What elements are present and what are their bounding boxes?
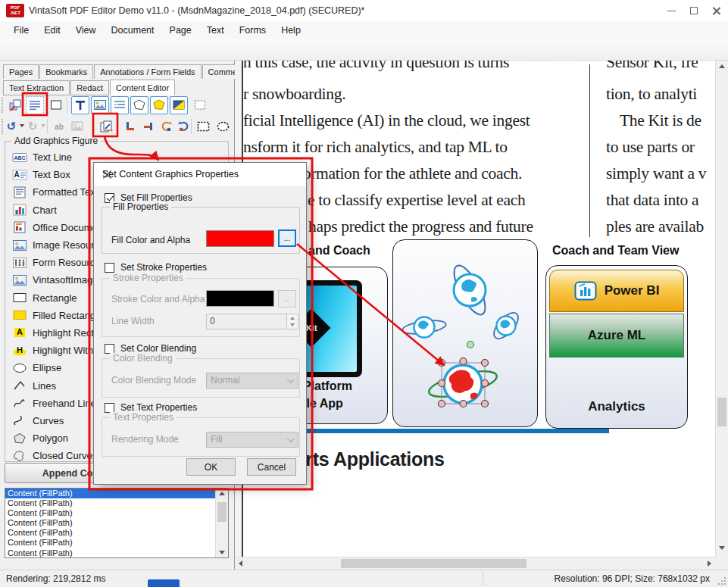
figure-label: Lines bbox=[33, 380, 56, 392]
azure-ml-label: Azure ML bbox=[588, 328, 646, 343]
region-content-mode-button[interactable] bbox=[47, 96, 65, 114]
content-list-item[interactable]: Content (FillPath) bbox=[5, 489, 228, 498]
text-content-mode-button[interactable] bbox=[26, 96, 44, 114]
figure-icon bbox=[12, 432, 27, 445]
polygon-outline-icon bbox=[133, 98, 146, 112]
menu-item[interactable]: Page bbox=[162, 21, 199, 39]
content-list-scrollbar[interactable] bbox=[215, 489, 228, 557]
menu-item[interactable]: View bbox=[68, 21, 104, 39]
vertical-scrollbar[interactable] bbox=[715, 61, 728, 557]
set-text-properties-row: Set Text Properties bbox=[105, 402, 197, 413]
scroll-thumb[interactable] bbox=[217, 502, 227, 522]
content-list-item[interactable]: Content (FillPath) bbox=[5, 508, 228, 518]
horizontal-scroll-thumb[interactable] bbox=[341, 559, 526, 568]
app-logo-icon: PDF .NET bbox=[6, 4, 24, 17]
scroll-up-icon[interactable] bbox=[219, 492, 225, 495]
maximize-button[interactable] bbox=[683, 2, 705, 19]
scroll-down-icon[interactable] bbox=[719, 546, 725, 550]
menu-item[interactable]: Document bbox=[104, 21, 162, 39]
power-bi-button: Power BI bbox=[549, 270, 684, 312]
filter-clip-button[interactable] bbox=[191, 96, 209, 114]
figure-label: Polygon bbox=[33, 432, 68, 444]
scroll-left-icon[interactable] bbox=[239, 560, 242, 567]
redo-button[interactable]: ↻ bbox=[26, 117, 39, 136]
content-list-item[interactable]: Content (FillPath) bbox=[5, 518, 228, 528]
selection-rect-button[interactable] bbox=[194, 117, 212, 136]
document-text-line: that data into a bbox=[606, 191, 698, 210]
set-color-blending-checkbox[interactable] bbox=[105, 344, 114, 354]
set-color-blending-row: Set Color Blending bbox=[105, 343, 196, 354]
panel-tab[interactable]: Text Extraction bbox=[3, 80, 70, 95]
filter-path-button[interactable] bbox=[130, 96, 148, 114]
cancel-button[interactable]: Cancel bbox=[247, 458, 296, 476]
document-viewport[interactable]: n this case, the activity in question is… bbox=[235, 61, 715, 557]
undo-dropdown-arrow[interactable] bbox=[18, 124, 26, 130]
color-blending-legend: Color Blending bbox=[110, 353, 176, 364]
content-object-list[interactable]: Content (FillPath)Content (FillPath)Cont… bbox=[5, 488, 229, 558]
menu-item[interactable]: Text bbox=[199, 21, 232, 39]
menu-item[interactable]: File bbox=[6, 21, 36, 39]
scroll-right-icon[interactable] bbox=[708, 560, 711, 567]
content-list-item[interactable]: Content (FillPath) bbox=[5, 528, 228, 538]
rendering-time-status: Rendering: 219,2812 ms bbox=[6, 573, 105, 584]
filter-filled-path-button[interactable] bbox=[150, 96, 168, 114]
filter-form-button[interactable] bbox=[111, 96, 129, 114]
color-blending-group: Color Blending Color Blending Mode Norma… bbox=[102, 358, 300, 398]
redo-dropdown-arrow[interactable] bbox=[39, 124, 47, 130]
figure-icon bbox=[12, 379, 27, 392]
content-list-item[interactable]: Content (FillPath) bbox=[5, 498, 228, 508]
horizontal-scrollbar[interactable] bbox=[235, 557, 715, 570]
resize-grip[interactable] bbox=[718, 577, 726, 585]
panel-tab[interactable]: Annotations / Form Fields bbox=[94, 64, 201, 79]
set-content-graphics-properties-button[interactable] bbox=[97, 117, 115, 136]
chevron-down-icon bbox=[287, 436, 294, 442]
menu-item[interactable]: Edit bbox=[36, 21, 68, 39]
menu-item[interactable]: Help bbox=[273, 21, 308, 39]
panel-tab[interactable]: Redact bbox=[70, 80, 109, 95]
align-content-button[interactable] bbox=[121, 117, 139, 136]
filter-shading-button[interactable] bbox=[170, 96, 188, 114]
align-middle-icon bbox=[142, 120, 155, 133]
rotate-left-icon bbox=[160, 120, 173, 133]
power-bi-icon bbox=[574, 281, 597, 301]
vertical-scroll-thumb[interactable] bbox=[717, 398, 726, 426]
panel-tab[interactable]: Bookmarks bbox=[39, 64, 93, 79]
filter-image-button[interactable] bbox=[91, 96, 109, 114]
minimize-button[interactable] bbox=[660, 2, 683, 19]
content-list-item[interactable]: Content (FillPath) bbox=[5, 548, 228, 558]
analytics-label: Analytics bbox=[546, 399, 687, 414]
fill-color-browse-button[interactable]: ... bbox=[278, 229, 296, 247]
undo-button[interactable]: ↺ bbox=[5, 117, 18, 136]
text-filter-icon bbox=[73, 98, 87, 112]
stroke-color-browse-button: ... bbox=[278, 290, 296, 308]
rotate-right-button[interactable] bbox=[174, 117, 192, 136]
dialog-close-icon[interactable] bbox=[102, 169, 113, 180]
graphics-properties-icon bbox=[99, 120, 114, 134]
content-list-item[interactable]: Content (FillPath) bbox=[5, 538, 228, 548]
selection-ellipse-button[interactable] bbox=[214, 117, 232, 136]
panel-tab[interactable]: Pages bbox=[3, 64, 39, 79]
figure-label: Form Resource bbox=[33, 257, 101, 268]
select-figure-mode-button[interactable] bbox=[6, 96, 24, 114]
dialog-titlebar[interactable]: Set Content Graphics Properties bbox=[94, 163, 306, 186]
set-stroke-properties-checkbox[interactable] bbox=[105, 263, 114, 273]
scroll-down-icon[interactable] bbox=[219, 551, 225, 554]
copy-image-button[interactable] bbox=[68, 117, 86, 136]
rotate-left-button[interactable] bbox=[158, 117, 176, 136]
svg-text:H: H bbox=[17, 345, 23, 354]
image-filter-icon bbox=[93, 98, 107, 112]
panel-tab[interactable]: Content Editor bbox=[110, 80, 175, 95]
fill-properties-group: Fill Properties Fill Color and Alpha ... bbox=[102, 207, 300, 254]
set-text-properties-checkbox[interactable] bbox=[105, 403, 114, 413]
fill-color-swatch[interactable] bbox=[206, 230, 274, 247]
ok-button[interactable]: OK bbox=[186, 458, 236, 476]
align-content-button-2[interactable] bbox=[139, 117, 158, 136]
menu-item[interactable]: Forms bbox=[232, 21, 273, 39]
close-button[interactable] bbox=[705, 2, 728, 19]
scroll-up-icon[interactable] bbox=[719, 64, 725, 68]
toolbar-grip[interactable] bbox=[2, 119, 4, 134]
filter-text-button[interactable] bbox=[71, 96, 89, 114]
fill-color-label: Fill Color and Alpha bbox=[111, 235, 190, 245]
toolbar-grip[interactable] bbox=[2, 98, 4, 113]
rename-button[interactable]: ab bbox=[50, 117, 68, 136]
